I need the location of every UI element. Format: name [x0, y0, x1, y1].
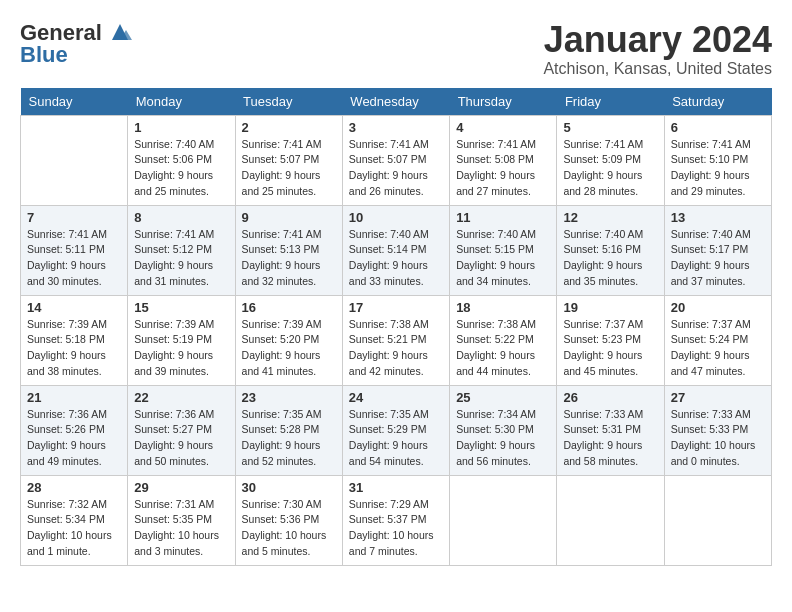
title-section: January 2024 Atchison, Kansas, United St…	[543, 20, 772, 78]
calendar-cell: 22Sunrise: 7:36 AMSunset: 5:27 PMDayligh…	[128, 385, 235, 475]
calendar-cell: 9Sunrise: 7:41 AMSunset: 5:13 PMDaylight…	[235, 205, 342, 295]
day-number: 19	[563, 300, 657, 315]
calendar-cell: 29Sunrise: 7:31 AMSunset: 5:35 PMDayligh…	[128, 475, 235, 565]
month-title: January 2024	[543, 20, 772, 60]
calendar-cell: 6Sunrise: 7:41 AMSunset: 5:10 PMDaylight…	[664, 115, 771, 205]
day-number: 17	[349, 300, 443, 315]
day-info: Sunrise: 7:32 AMSunset: 5:34 PMDaylight:…	[27, 497, 121, 560]
day-number: 28	[27, 480, 121, 495]
calendar-cell	[557, 475, 664, 565]
day-number: 29	[134, 480, 228, 495]
day-info: Sunrise: 7:41 AMSunset: 5:07 PMDaylight:…	[349, 137, 443, 200]
logo-blue: Blue	[20, 42, 68, 68]
day-number: 6	[671, 120, 765, 135]
day-info: Sunrise: 7:31 AMSunset: 5:35 PMDaylight:…	[134, 497, 228, 560]
calendar-cell: 25Sunrise: 7:34 AMSunset: 5:30 PMDayligh…	[450, 385, 557, 475]
weekday-header-saturday: Saturday	[664, 88, 771, 116]
calendar-cell: 30Sunrise: 7:30 AMSunset: 5:36 PMDayligh…	[235, 475, 342, 565]
weekday-header-row: SundayMondayTuesdayWednesdayThursdayFrid…	[21, 88, 772, 116]
day-number: 13	[671, 210, 765, 225]
calendar-cell: 15Sunrise: 7:39 AMSunset: 5:19 PMDayligh…	[128, 295, 235, 385]
day-info: Sunrise: 7:39 AMSunset: 5:19 PMDaylight:…	[134, 317, 228, 380]
calendar-cell: 31Sunrise: 7:29 AMSunset: 5:37 PMDayligh…	[342, 475, 449, 565]
calendar-cell: 13Sunrise: 7:40 AMSunset: 5:17 PMDayligh…	[664, 205, 771, 295]
weekday-header-friday: Friday	[557, 88, 664, 116]
day-number: 22	[134, 390, 228, 405]
day-info: Sunrise: 7:41 AMSunset: 5:13 PMDaylight:…	[242, 227, 336, 290]
calendar-cell	[450, 475, 557, 565]
weekday-header-monday: Monday	[128, 88, 235, 116]
day-number: 30	[242, 480, 336, 495]
calendar-cell: 2Sunrise: 7:41 AMSunset: 5:07 PMDaylight…	[235, 115, 342, 205]
day-info: Sunrise: 7:41 AMSunset: 5:09 PMDaylight:…	[563, 137, 657, 200]
day-number: 12	[563, 210, 657, 225]
day-info: Sunrise: 7:30 AMSunset: 5:36 PMDaylight:…	[242, 497, 336, 560]
day-number: 10	[349, 210, 443, 225]
day-info: Sunrise: 7:41 AMSunset: 5:08 PMDaylight:…	[456, 137, 550, 200]
calendar-week-row-1: 1Sunrise: 7:40 AMSunset: 5:06 PMDaylight…	[21, 115, 772, 205]
location: Atchison, Kansas, United States	[543, 60, 772, 78]
calendar-cell: 19Sunrise: 7:37 AMSunset: 5:23 PMDayligh…	[557, 295, 664, 385]
day-info: Sunrise: 7:40 AMSunset: 5:16 PMDaylight:…	[563, 227, 657, 290]
calendar-cell: 12Sunrise: 7:40 AMSunset: 5:16 PMDayligh…	[557, 205, 664, 295]
calendar-cell: 16Sunrise: 7:39 AMSunset: 5:20 PMDayligh…	[235, 295, 342, 385]
day-info: Sunrise: 7:40 AMSunset: 5:14 PMDaylight:…	[349, 227, 443, 290]
calendar-cell	[664, 475, 771, 565]
day-number: 1	[134, 120, 228, 135]
day-number: 20	[671, 300, 765, 315]
weekday-header-thursday: Thursday	[450, 88, 557, 116]
day-info: Sunrise: 7:40 AMSunset: 5:17 PMDaylight:…	[671, 227, 765, 290]
day-number: 14	[27, 300, 121, 315]
calendar-week-row-5: 28Sunrise: 7:32 AMSunset: 5:34 PMDayligh…	[21, 475, 772, 565]
calendar-cell: 4Sunrise: 7:41 AMSunset: 5:08 PMDaylight…	[450, 115, 557, 205]
calendar-cell: 3Sunrise: 7:41 AMSunset: 5:07 PMDaylight…	[342, 115, 449, 205]
calendar-cell: 20Sunrise: 7:37 AMSunset: 5:24 PMDayligh…	[664, 295, 771, 385]
logo-icon	[106, 22, 134, 44]
weekday-header-sunday: Sunday	[21, 88, 128, 116]
day-info: Sunrise: 7:41 AMSunset: 5:07 PMDaylight:…	[242, 137, 336, 200]
calendar-cell: 8Sunrise: 7:41 AMSunset: 5:12 PMDaylight…	[128, 205, 235, 295]
day-info: Sunrise: 7:34 AMSunset: 5:30 PMDaylight:…	[456, 407, 550, 470]
day-info: Sunrise: 7:36 AMSunset: 5:27 PMDaylight:…	[134, 407, 228, 470]
day-info: Sunrise: 7:41 AMSunset: 5:10 PMDaylight:…	[671, 137, 765, 200]
day-info: Sunrise: 7:35 AMSunset: 5:29 PMDaylight:…	[349, 407, 443, 470]
day-number: 21	[27, 390, 121, 405]
day-number: 5	[563, 120, 657, 135]
day-info: Sunrise: 7:36 AMSunset: 5:26 PMDaylight:…	[27, 407, 121, 470]
day-number: 23	[242, 390, 336, 405]
calendar-week-row-4: 21Sunrise: 7:36 AMSunset: 5:26 PMDayligh…	[21, 385, 772, 475]
day-info: Sunrise: 7:33 AMSunset: 5:31 PMDaylight:…	[563, 407, 657, 470]
page-header: General Blue January 2024 Atchison, Kans…	[20, 20, 772, 78]
day-number: 15	[134, 300, 228, 315]
day-number: 3	[349, 120, 443, 135]
weekday-header-tuesday: Tuesday	[235, 88, 342, 116]
day-info: Sunrise: 7:35 AMSunset: 5:28 PMDaylight:…	[242, 407, 336, 470]
calendar-cell	[21, 115, 128, 205]
day-info: Sunrise: 7:41 AMSunset: 5:11 PMDaylight:…	[27, 227, 121, 290]
calendar-cell: 14Sunrise: 7:39 AMSunset: 5:18 PMDayligh…	[21, 295, 128, 385]
calendar-cell: 17Sunrise: 7:38 AMSunset: 5:21 PMDayligh…	[342, 295, 449, 385]
calendar-table: SundayMondayTuesdayWednesdayThursdayFrid…	[20, 88, 772, 566]
day-info: Sunrise: 7:40 AMSunset: 5:06 PMDaylight:…	[134, 137, 228, 200]
calendar-cell: 28Sunrise: 7:32 AMSunset: 5:34 PMDayligh…	[21, 475, 128, 565]
day-number: 8	[134, 210, 228, 225]
day-info: Sunrise: 7:37 AMSunset: 5:23 PMDaylight:…	[563, 317, 657, 380]
day-number: 9	[242, 210, 336, 225]
calendar-cell: 26Sunrise: 7:33 AMSunset: 5:31 PMDayligh…	[557, 385, 664, 475]
calendar-cell: 10Sunrise: 7:40 AMSunset: 5:14 PMDayligh…	[342, 205, 449, 295]
day-info: Sunrise: 7:38 AMSunset: 5:22 PMDaylight:…	[456, 317, 550, 380]
day-info: Sunrise: 7:38 AMSunset: 5:21 PMDaylight:…	[349, 317, 443, 380]
day-info: Sunrise: 7:39 AMSunset: 5:18 PMDaylight:…	[27, 317, 121, 380]
day-number: 16	[242, 300, 336, 315]
calendar-week-row-3: 14Sunrise: 7:39 AMSunset: 5:18 PMDayligh…	[21, 295, 772, 385]
calendar-cell: 18Sunrise: 7:38 AMSunset: 5:22 PMDayligh…	[450, 295, 557, 385]
calendar-cell: 24Sunrise: 7:35 AMSunset: 5:29 PMDayligh…	[342, 385, 449, 475]
calendar-cell: 5Sunrise: 7:41 AMSunset: 5:09 PMDaylight…	[557, 115, 664, 205]
calendar-cell: 11Sunrise: 7:40 AMSunset: 5:15 PMDayligh…	[450, 205, 557, 295]
day-number: 24	[349, 390, 443, 405]
calendar-cell: 23Sunrise: 7:35 AMSunset: 5:28 PMDayligh…	[235, 385, 342, 475]
calendar-cell: 21Sunrise: 7:36 AMSunset: 5:26 PMDayligh…	[21, 385, 128, 475]
day-info: Sunrise: 7:29 AMSunset: 5:37 PMDaylight:…	[349, 497, 443, 560]
logo: General Blue	[20, 20, 134, 68]
calendar-cell: 1Sunrise: 7:40 AMSunset: 5:06 PMDaylight…	[128, 115, 235, 205]
